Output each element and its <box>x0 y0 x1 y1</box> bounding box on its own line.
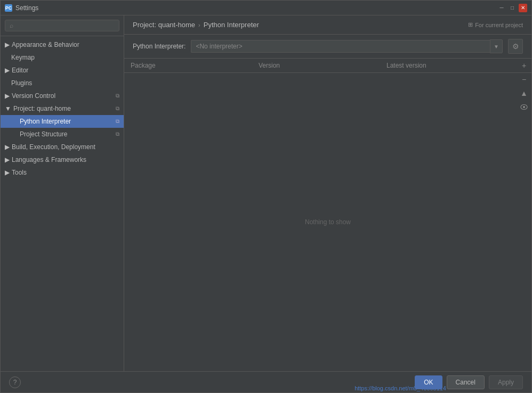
sidebar-item-plugins[interactable]: Plugins <box>1 77 124 89</box>
arrow-icon: ▶ <box>5 41 10 48</box>
breadcrumb-separator: › <box>198 22 200 28</box>
sidebar-item-tools[interactable]: ▶ Tools <box>1 166 124 179</box>
arrow-icon: ▶ <box>5 169 10 176</box>
packages-area: Package Version Latest version + − ▲ <box>124 59 531 371</box>
arrow-icon: ▶ <box>5 92 10 100</box>
nav-tree: ▶ Appearance & Behavior Keymap ▶ Editor … <box>1 36 124 371</box>
close-button[interactable]: ✕ <box>519 4 527 12</box>
content-area: ▶ Appearance & Behavior Keymap ▶ Editor … <box>1 15 531 371</box>
sidebar-item-languages-frameworks[interactable]: ▶ Languages & Frameworks <box>1 153 124 166</box>
search-input[interactable] <box>5 20 119 31</box>
scroll-up-button[interactable]: ▲ <box>517 86 531 100</box>
sidebar-item-editor[interactable]: ▶ Editor <box>1 64 124 77</box>
column-latest-version: Latest version <box>380 59 531 73</box>
footer-right: OK Cancel Apply <box>415 375 523 389</box>
sidebar-item-label: Languages & Frameworks <box>12 156 86 163</box>
sidebar-item-label: Editor <box>12 67 28 74</box>
breadcrumb-parent: Project: quant-home <box>133 21 195 29</box>
scope-label: For current project <box>475 22 523 28</box>
title-bar-left: PC Settings <box>5 4 38 12</box>
column-package: Package <box>124 59 252 73</box>
interpreter-bar: Python Interpreter: <No interpreter> ▼ ⚙ <box>124 35 531 59</box>
remove-package-button[interactable]: − <box>517 72 531 86</box>
eye-button[interactable] <box>517 100 531 114</box>
sidebar-item-python-interpreter[interactable]: Python Interpreter ⧉ <box>1 115 124 128</box>
sidebar-item-label: Project: quant-home <box>13 105 71 112</box>
sidebar-item-build-execution[interactable]: ▶ Build, Execution, Deployment <box>1 141 124 153</box>
breadcrumb-bar: Project: quant-home › Python Interpreter… <box>124 15 531 35</box>
arrow-icon: ▶ <box>5 143 10 151</box>
sidebar-item-project[interactable]: ▼ Project: quant-home ⧉ <box>1 102 124 115</box>
interpreter-label: Python Interpreter: <box>133 43 186 50</box>
sidebar-item-project-structure[interactable]: Project Structure ⧉ <box>1 128 124 141</box>
copy-icon: ⧉ <box>116 93 119 99</box>
sidebar-item-label: Appearance & Behavior <box>12 41 79 48</box>
arrow-icon: ▶ <box>5 67 10 74</box>
scope-icon: ⊞ <box>468 21 473 28</box>
side-actions: + − ▲ <box>517 59 531 114</box>
interpreter-select[interactable]: <No interpreter> <box>191 40 490 53</box>
footer: ? https://blog.csdn.net/m0_46603114 OK C… <box>1 371 531 392</box>
interpreter-dropdown-arrow[interactable]: ▼ <box>490 39 503 53</box>
sidebar-item-label: Project Structure <box>20 130 67 138</box>
sidebar-item-label: Keymap <box>11 54 35 61</box>
arrow-icon: ▶ <box>5 156 10 163</box>
title-bar: PC Settings ─ □ ✕ <box>1 1 531 15</box>
column-version: Version <box>252 59 380 73</box>
breadcrumb-scope: ⊞ For current project <box>468 21 523 28</box>
minimize-button[interactable]: ─ <box>497 4 506 12</box>
sidebar-item-label: Build, Execution, Deployment <box>12 143 95 151</box>
footer-left: ? <box>9 376 21 388</box>
ok-button[interactable]: OK <box>415 375 442 389</box>
empty-message: Nothing to show <box>124 73 531 371</box>
apply-button[interactable]: Apply <box>489 375 523 389</box>
sidebar-item-keymap[interactable]: Keymap <box>1 51 124 64</box>
packages-table: Package Version Latest version <box>124 59 531 73</box>
svg-point-1 <box>523 106 525 108</box>
copy-icon: ⧉ <box>116 131 119 137</box>
add-package-button[interactable]: + <box>517 59 531 72</box>
search-box <box>1 15 124 36</box>
cancel-button[interactable]: Cancel <box>447 375 485 389</box>
app-icon: PC <box>5 4 12 12</box>
copy-icon: ⧉ <box>116 105 119 112</box>
copy-icon: ⧉ <box>116 118 119 125</box>
breadcrumb-current: Python Interpreter <box>204 21 259 29</box>
arrow-icon: ▼ <box>5 105 11 112</box>
sidebar-item-label: Version Control <box>12 92 55 100</box>
sidebar-item-label: Plugins <box>11 79 32 87</box>
sidebar-item-appearance[interactable]: ▶ Appearance & Behavior <box>1 38 124 51</box>
interpreter-select-wrapper: <No interpreter> ▼ <box>191 39 503 53</box>
help-button[interactable]: ? <box>9 376 21 388</box>
sidebar: ▶ Appearance & Behavior Keymap ▶ Editor … <box>1 15 124 371</box>
sidebar-item-label: Python Interpreter <box>20 118 71 125</box>
maximize-button[interactable]: □ <box>508 4 517 12</box>
settings-window: PC Settings ─ □ ✕ ▶ Appearance & Behavio… <box>0 0 532 393</box>
main-content: Project: quant-home › Python Interpreter… <box>124 15 531 371</box>
interpreter-settings-button[interactable]: ⚙ <box>508 39 523 54</box>
sidebar-item-version-control[interactable]: ▶ Version Control ⧉ <box>1 89 124 102</box>
sidebar-item-label: Tools <box>12 169 27 176</box>
window-title: Settings <box>15 4 38 12</box>
title-bar-controls: ─ □ ✕ <box>497 4 527 12</box>
